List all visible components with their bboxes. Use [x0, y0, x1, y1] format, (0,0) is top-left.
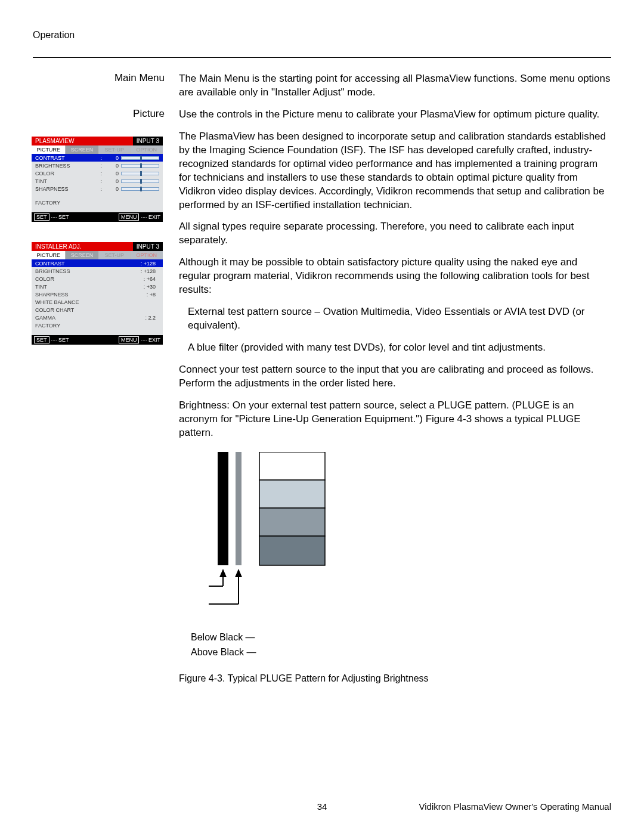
osd2-footer-menu-box: MENU: [119, 336, 140, 343]
osd1-footer-menu-box: MENU: [119, 213, 140, 221]
osd1-row-tint[interactable]: TINT: 0: [32, 177, 163, 185]
label-below-black: Below Black —: [191, 630, 611, 645]
osd2-row-factory[interactable]: FACTORY: [32, 321, 163, 329]
paragraph-tools: Although it may be possible to obtain sa…: [179, 256, 611, 297]
horizontal-rule: [33, 57, 611, 58]
text-picture-intro: Use the controls in the Picture menu to …: [179, 108, 611, 122]
svg-rect-3: [259, 480, 325, 508]
osd1-tab-picture[interactable]: PICTURE: [32, 145, 66, 154]
osd1-tab-option[interactable]: OPTION: [131, 145, 163, 154]
osd2-row-color[interactable]: COLOR : +64: [32, 275, 163, 283]
paragraph-signals: All signal types require separate proces…: [179, 220, 611, 247]
doc-title-footer: Vidikron PlasmaView Owner's Operating Ma…: [419, 801, 611, 812]
osd1-row-sharpness[interactable]: SHARPNESS: 0: [32, 185, 163, 193]
svg-rect-4: [259, 508, 325, 536]
osd-plasmaview: PLASMAVIEW INPUT 3 PICTURE SCREEN SET-UP…: [32, 137, 163, 222]
osd1-input: INPUT 3: [133, 137, 163, 145]
section-header: Operation: [33, 30, 611, 41]
osd2-tab-picture[interactable]: PICTURE: [32, 251, 66, 259]
osd2-input: INPUT 3: [133, 242, 163, 251]
osd1-tab-setup[interactable]: SET-UP: [99, 145, 131, 154]
osd2-row-brightness[interactable]: BRIGHTNESS : +128: [32, 267, 163, 275]
osd1-row-brightness[interactable]: BRIGHTNESS: 0: [32, 162, 163, 169]
svg-rect-5: [259, 536, 325, 565]
svg-rect-1: [236, 452, 242, 565]
bullet-external: External test pattern source – Ovation M…: [188, 305, 611, 333]
pluge-figure: [179, 452, 611, 625]
osd-installer: INSTALLER ADJ. INPUT 3 PICTURE SCREEN SE…: [32, 242, 163, 345]
osd1-row-contrast[interactable]: CONTRAST: 0: [32, 154, 163, 162]
osd2-row-colorchart[interactable]: COLOR CHART: [32, 306, 163, 314]
paragraph-connect: Connect your test pattern source to the …: [179, 363, 611, 391]
slider-icon[interactable]: [121, 172, 159, 175]
osd1-tab-screen[interactable]: SCREEN: [66, 145, 98, 154]
paragraph-brightness: Brightness: On your external test patter…: [179, 399, 611, 440]
osd2-row-contrast[interactable]: CONTRAST : +128: [32, 259, 163, 267]
pluge-svg: [179, 452, 382, 625]
svg-rect-0: [218, 452, 228, 565]
svg-marker-6: [219, 569, 227, 577]
osd2-title: INSTALLER ADJ.: [32, 242, 133, 251]
paragraph-isf: The PlasmaView has been designed to inco…: [179, 130, 611, 212]
text-main-menu: The Main Menu is the starting point for …: [179, 72, 611, 100]
slider-icon[interactable]: [121, 164, 159, 168]
osd2-tab-option[interactable]: OPTION: [131, 251, 163, 259]
osd2-row-whitebalance[interactable]: WHITE BALANCE: [32, 298, 163, 306]
page-number: 34: [317, 801, 327, 812]
bullet-bluefilter: A blue filter (provided with many test D…: [188, 341, 611, 355]
slider-icon[interactable]: [121, 156, 159, 160]
svg-marker-7: [235, 569, 242, 577]
slider-icon[interactable]: [121, 187, 159, 191]
osd2-footer-set-box: SET: [34, 336, 49, 343]
osd1-title: PLASMAVIEW: [32, 137, 133, 145]
figure-caption: Figure 4-3. Typical PLUGE Pattern for Ad…: [179, 673, 611, 684]
osd1-footer-set-box: SET: [34, 213, 49, 221]
osd1-row-factory[interactable]: FACTORY: [32, 199, 163, 206]
osd2-tab-setup[interactable]: SET-UP: [99, 251, 131, 259]
osd2-tab-screen[interactable]: SCREEN: [66, 251, 98, 259]
osd1-row-color[interactable]: COLOR: 0: [32, 169, 163, 177]
svg-rect-2: [259, 452, 325, 480]
osd2-row-gamma[interactable]: GAMMA : 2.2: [32, 314, 163, 321]
osd2-row-sharpness[interactable]: SHARPNESS : +8: [32, 290, 163, 298]
label-main-menu: Main Menu: [33, 72, 179, 84]
osd2-row-tint[interactable]: TINT : +30: [32, 283, 163, 290]
label-picture: Picture: [33, 108, 179, 120]
slider-icon[interactable]: [121, 179, 159, 183]
label-above-black: Above Black —: [191, 645, 611, 660]
